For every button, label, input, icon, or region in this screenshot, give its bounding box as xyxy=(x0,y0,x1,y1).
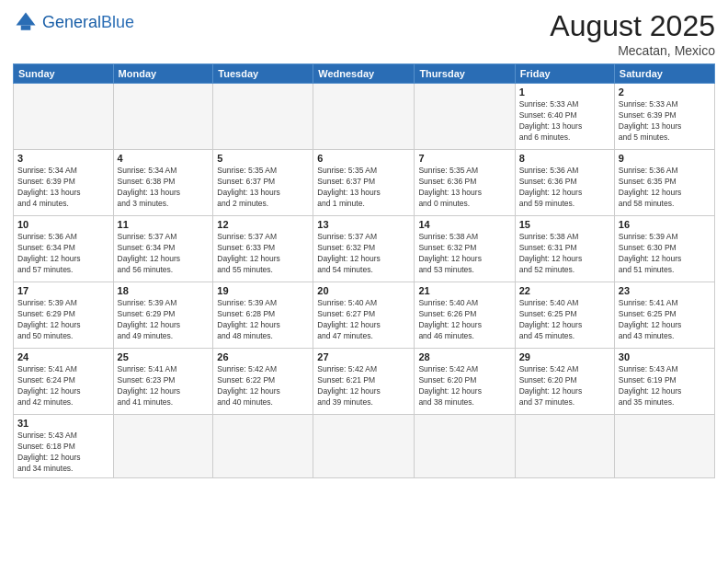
calendar-cell: 8Sunrise: 5:36 AM Sunset: 6:36 PM Daylig… xyxy=(515,150,614,216)
location: Mecatan, Mexico xyxy=(550,43,715,58)
svg-rect-1 xyxy=(21,26,31,30)
day-number: 21 xyxy=(418,285,510,296)
day-info: Sunrise: 5:43 AM Sunset: 6:18 PM Dayligh… xyxy=(17,431,109,475)
calendar-week-row: 3Sunrise: 5:34 AM Sunset: 6:39 PM Daylig… xyxy=(14,150,715,216)
calendar-cell: 10Sunrise: 5:36 AM Sunset: 6:34 PM Dayli… xyxy=(14,216,114,282)
calendar-cell: 5Sunrise: 5:35 AM Sunset: 6:37 PM Daylig… xyxy=(213,150,313,216)
day-number: 1 xyxy=(519,86,610,98)
day-number: 6 xyxy=(317,153,410,164)
title-block: August 2025 Mecatan, Mexico xyxy=(550,9,715,58)
day-number: 30 xyxy=(619,351,711,362)
calendar-header-tuesday: Tuesday xyxy=(213,64,313,84)
day-number: 2 xyxy=(619,86,711,98)
day-info: Sunrise: 5:37 AM Sunset: 6:32 PM Dayligh… xyxy=(317,232,410,276)
day-number: 20 xyxy=(317,285,410,296)
calendar-header-friday: Friday xyxy=(515,64,614,84)
day-number: 5 xyxy=(217,153,309,164)
calendar-cell: 9Sunrise: 5:36 AM Sunset: 6:35 PM Daylig… xyxy=(614,150,714,216)
calendar-cell xyxy=(14,84,114,150)
day-info: Sunrise: 5:35 AM Sunset: 6:37 PM Dayligh… xyxy=(217,166,309,210)
day-info: Sunrise: 5:38 AM Sunset: 6:32 PM Dayligh… xyxy=(418,232,510,276)
day-number: 11 xyxy=(118,219,210,230)
calendar-cell xyxy=(515,415,614,478)
day-number: 4 xyxy=(118,153,210,164)
calendar-header-sunday: Sunday xyxy=(14,64,114,84)
day-info: Sunrise: 5:34 AM Sunset: 6:39 PM Dayligh… xyxy=(17,166,109,210)
calendar-cell: 11Sunrise: 5:37 AM Sunset: 6:34 PM Dayli… xyxy=(113,216,213,282)
calendar-cell xyxy=(213,415,313,478)
day-info: Sunrise: 5:40 AM Sunset: 6:27 PM Dayligh… xyxy=(317,298,410,342)
calendar-cell: 19Sunrise: 5:39 AM Sunset: 6:28 PM Dayli… xyxy=(213,282,313,349)
day-number: 27 xyxy=(317,351,410,362)
day-info: Sunrise: 5:37 AM Sunset: 6:33 PM Dayligh… xyxy=(217,232,309,276)
calendar-cell: 27Sunrise: 5:42 AM Sunset: 6:21 PM Dayli… xyxy=(313,349,415,415)
calendar-week-row: 10Sunrise: 5:36 AM Sunset: 6:34 PM Dayli… xyxy=(14,216,715,282)
calendar-cell xyxy=(313,84,415,150)
calendar-header-thursday: Thursday xyxy=(415,64,515,84)
calendar: SundayMondayTuesdayWednesdayThursdayFrid… xyxy=(13,63,715,478)
day-info: Sunrise: 5:35 AM Sunset: 6:36 PM Dayligh… xyxy=(418,166,510,210)
calendar-cell xyxy=(415,415,515,478)
day-number: 29 xyxy=(519,351,610,362)
calendar-cell: 22Sunrise: 5:40 AM Sunset: 6:25 PM Dayli… xyxy=(515,282,614,349)
day-number: 9 xyxy=(619,153,711,164)
day-number: 10 xyxy=(17,219,109,230)
day-info: Sunrise: 5:42 AM Sunset: 6:20 PM Dayligh… xyxy=(418,364,510,408)
day-info: Sunrise: 5:40 AM Sunset: 6:26 PM Dayligh… xyxy=(418,298,510,342)
day-number: 12 xyxy=(217,219,309,230)
calendar-cell: 17Sunrise: 5:39 AM Sunset: 6:29 PM Dayli… xyxy=(14,282,114,349)
calendar-cell: 25Sunrise: 5:41 AM Sunset: 6:23 PM Dayli… xyxy=(113,349,213,415)
calendar-week-row: 1Sunrise: 5:33 AM Sunset: 6:40 PM Daylig… xyxy=(14,84,715,150)
day-info: Sunrise: 5:42 AM Sunset: 6:21 PM Dayligh… xyxy=(317,364,410,408)
calendar-cell: 26Sunrise: 5:42 AM Sunset: 6:22 PM Dayli… xyxy=(213,349,313,415)
day-number: 18 xyxy=(118,285,210,296)
day-info: Sunrise: 5:39 AM Sunset: 6:28 PM Dayligh… xyxy=(217,298,309,342)
day-info: Sunrise: 5:39 AM Sunset: 6:29 PM Dayligh… xyxy=(17,298,109,342)
day-number: 17 xyxy=(17,285,109,296)
day-info: Sunrise: 5:36 AM Sunset: 6:35 PM Dayligh… xyxy=(619,166,711,210)
calendar-cell: 16Sunrise: 5:39 AM Sunset: 6:30 PM Dayli… xyxy=(614,216,714,282)
day-info: Sunrise: 5:41 AM Sunset: 6:24 PM Dayligh… xyxy=(17,364,109,408)
day-number: 7 xyxy=(418,153,510,164)
day-number: 14 xyxy=(418,219,510,230)
calendar-cell: 18Sunrise: 5:39 AM Sunset: 6:29 PM Dayli… xyxy=(113,282,213,349)
day-info: Sunrise: 5:43 AM Sunset: 6:19 PM Dayligh… xyxy=(619,364,711,408)
day-number: 26 xyxy=(217,351,309,362)
calendar-cell xyxy=(614,415,714,478)
calendar-header-row: SundayMondayTuesdayWednesdayThursdayFrid… xyxy=(14,64,715,84)
calendar-cell: 1Sunrise: 5:33 AM Sunset: 6:40 PM Daylig… xyxy=(515,84,614,150)
calendar-cell: 24Sunrise: 5:41 AM Sunset: 6:24 PM Dayli… xyxy=(14,349,114,415)
day-number: 25 xyxy=(118,351,210,362)
page: GeneralBlue August 2025 Mecatan, Mexico … xyxy=(0,0,728,563)
calendar-cell: 15Sunrise: 5:38 AM Sunset: 6:31 PM Dayli… xyxy=(515,216,614,282)
logo: GeneralBlue xyxy=(13,9,134,35)
day-info: Sunrise: 5:41 AM Sunset: 6:23 PM Dayligh… xyxy=(118,364,210,408)
calendar-cell xyxy=(415,84,515,150)
header: GeneralBlue August 2025 Mecatan, Mexico xyxy=(13,9,715,58)
calendar-cell xyxy=(213,84,313,150)
month-year: August 2025 xyxy=(550,9,715,43)
calendar-header-saturday: Saturday xyxy=(614,64,714,84)
day-info: Sunrise: 5:42 AM Sunset: 6:22 PM Dayligh… xyxy=(217,364,309,408)
day-info: Sunrise: 5:39 AM Sunset: 6:29 PM Dayligh… xyxy=(118,298,210,342)
day-info: Sunrise: 5:38 AM Sunset: 6:31 PM Dayligh… xyxy=(519,232,610,276)
calendar-header-wednesday: Wednesday xyxy=(313,64,415,84)
logo-icon xyxy=(13,9,39,35)
calendar-cell: 7Sunrise: 5:35 AM Sunset: 6:36 PM Daylig… xyxy=(415,150,515,216)
day-number: 3 xyxy=(17,153,109,164)
calendar-cell: 30Sunrise: 5:43 AM Sunset: 6:19 PM Dayli… xyxy=(614,349,714,415)
calendar-cell: 13Sunrise: 5:37 AM Sunset: 6:32 PM Dayli… xyxy=(313,216,415,282)
calendar-cell: 23Sunrise: 5:41 AM Sunset: 6:25 PM Dayli… xyxy=(614,282,714,349)
calendar-cell: 21Sunrise: 5:40 AM Sunset: 6:26 PM Dayli… xyxy=(415,282,515,349)
day-info: Sunrise: 5:35 AM Sunset: 6:37 PM Dayligh… xyxy=(317,166,410,210)
calendar-week-row: 17Sunrise: 5:39 AM Sunset: 6:29 PM Dayli… xyxy=(14,282,715,349)
day-info: Sunrise: 5:34 AM Sunset: 6:38 PM Dayligh… xyxy=(118,166,210,210)
calendar-cell xyxy=(113,415,213,478)
day-number: 22 xyxy=(519,285,610,296)
day-number: 13 xyxy=(317,219,410,230)
day-info: Sunrise: 5:36 AM Sunset: 6:34 PM Dayligh… xyxy=(17,232,109,276)
calendar-cell: 20Sunrise: 5:40 AM Sunset: 6:27 PM Dayli… xyxy=(313,282,415,349)
day-number: 19 xyxy=(217,285,309,296)
calendar-cell: 14Sunrise: 5:38 AM Sunset: 6:32 PM Dayli… xyxy=(415,216,515,282)
calendar-cell: 6Sunrise: 5:35 AM Sunset: 6:37 PM Daylig… xyxy=(313,150,415,216)
